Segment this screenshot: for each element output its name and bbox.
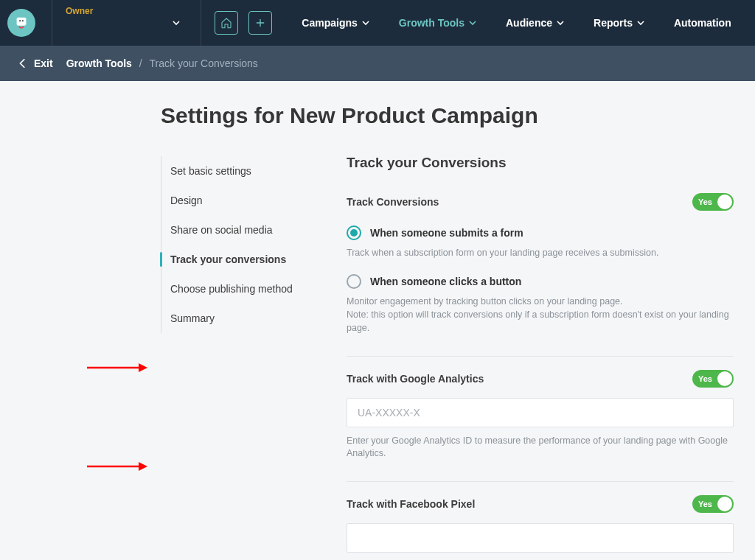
toggle-knob [717, 371, 732, 386]
radio-label: When someone clicks a button [370, 276, 521, 287]
workspace-dropdown[interactable] [173, 17, 187, 29]
nav-label: Automation [674, 17, 731, 29]
step-basic-settings[interactable]: Set basic settings [170, 156, 316, 186]
chevron-down-icon [637, 19, 644, 27]
track-conversions-toggle[interactable]: Yes [692, 193, 734, 211]
top-nav: Owner Campaigns Growth Tools Audience Re… [0, 0, 755, 46]
annotation-arrow-icon [87, 363, 147, 373]
toggle-knob [717, 497, 732, 511]
settings-steps: Set basic settings Design Share on socia… [161, 156, 316, 333]
step-summary[interactable]: Summary [170, 304, 316, 333]
breadcrumb-bar: Exit Growth Tools / Track your Conversio… [0, 46, 755, 81]
radio-submit-form[interactable] [347, 225, 361, 240]
page-title: Settings for New Product Campaign [161, 103, 733, 128]
toggle-label: Yes [698, 197, 712, 206]
svg-rect-0 [17, 18, 27, 26]
nav-reports[interactable]: Reports [594, 17, 644, 29]
fb-toggle[interactable]: Yes [692, 495, 734, 513]
nav-growth-tools[interactable]: Growth Tools [399, 17, 476, 29]
page: Settings for New Product Campaign Set ba… [0, 81, 755, 560]
ga-label: Track with Google Analytics [347, 373, 484, 385]
logo[interactable] [7, 9, 35, 37]
track-conversions-label: Track Conversions [347, 196, 439, 208]
arrow-left-icon [18, 58, 28, 69]
fb-pixel-input[interactable] [347, 523, 734, 553]
step-share-social[interactable]: Share on social media [170, 215, 316, 245]
divider [52, 0, 52, 46]
settings-content: Track your Conversions Track Conversions… [347, 155, 734, 560]
step-design[interactable]: Design [170, 186, 316, 215]
breadcrumb-sep: / [139, 57, 142, 69]
option-click-button: When someone clicks a button [347, 274, 734, 289]
ga-helper: Enter your Google Analytics ID to measur… [347, 435, 734, 461]
nav-items: Campaigns Growth Tools Audience Reports … [302, 17, 731, 29]
chevron-down-icon [362, 19, 369, 27]
nav-automation[interactable]: Automation [674, 17, 731, 29]
step-track-conversions[interactable]: Track your conversions [170, 245, 316, 274]
nav-label: Reports [594, 17, 633, 29]
toggle-label: Yes [698, 374, 712, 383]
exit-label: Exit [34, 57, 53, 69]
breadcrumb-root[interactable]: Growth Tools [66, 57, 132, 69]
breadcrumb-current: Track your Conversions [150, 57, 258, 69]
nav-campaigns[interactable]: Campaigns [302, 17, 369, 29]
svg-marker-4 [139, 363, 147, 372]
nav-label: Audience [506, 17, 552, 29]
option-submit-form: When someone submits a form [347, 225, 734, 240]
divider [347, 481, 734, 482]
option-click-button-desc: Monitor engagement by tracking button cl… [347, 295, 734, 335]
ga-toggle[interactable]: Yes [692, 370, 734, 388]
nav-label: Campaigns [302, 17, 357, 29]
chevron-down-icon [469, 19, 476, 27]
svg-point-1 [19, 20, 21, 21]
radio-label: When someone submits a form [370, 227, 523, 239]
track-conversions-heading: Track Conversions Yes [347, 193, 734, 211]
step-publishing-method[interactable]: Choose publishing method [170, 274, 316, 304]
toggle-knob [717, 195, 732, 209]
ga-id-input[interactable] [347, 398, 734, 427]
annotation-arrow-icon [87, 461, 147, 472]
nav-audience[interactable]: Audience [506, 17, 564, 29]
radio-click-button[interactable] [347, 274, 361, 289]
owner-label: Owner [66, 6, 93, 16]
exit-button[interactable]: Exit [18, 57, 53, 69]
svg-point-2 [22, 20, 24, 21]
nav-label: Growth Tools [399, 17, 465, 29]
chevron-down-icon [557, 19, 564, 27]
ga-heading: Track with Google Analytics Yes [347, 370, 734, 388]
section-title: Track your Conversions [347, 155, 734, 171]
svg-marker-6 [139, 462, 147, 471]
add-button[interactable] [248, 11, 272, 35]
home-button[interactable] [215, 11, 238, 35]
breadcrumb: Growth Tools / Track your Conversions [66, 57, 258, 69]
toggle-label: Yes [698, 500, 712, 508]
fb-label: Track with Facebook Pixel [347, 498, 475, 510]
divider [201, 0, 201, 46]
divider [347, 356, 734, 357]
option-submit-form-desc: Track when a subscription form on your l… [347, 246, 734, 259]
fb-heading: Track with Facebook Pixel Yes [347, 495, 734, 513]
